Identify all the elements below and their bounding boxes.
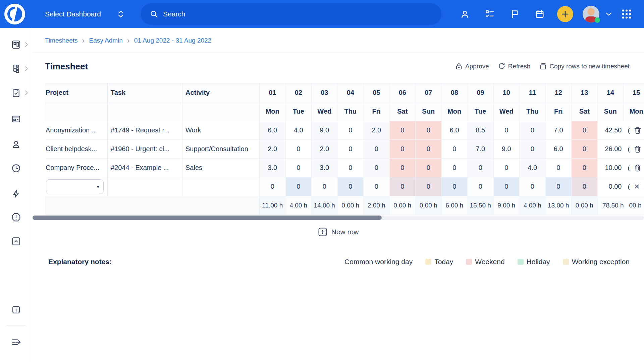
new-hours-cell-day-05[interactable]: 0 bbox=[364, 177, 390, 196]
tasks-checklist-icon[interactable] bbox=[485, 9, 495, 19]
hours-cell-day-07[interactable]: 0 bbox=[416, 159, 442, 177]
hours-cell-day-09[interactable]: 7.0 bbox=[468, 140, 494, 158]
project-cell[interactable]: Anonymization ... bbox=[45, 121, 108, 139]
task-cell[interactable] bbox=[108, 177, 182, 196]
activity-cell[interactable]: Work bbox=[182, 121, 260, 139]
hours-cell-day-12[interactable]: 6.0 bbox=[546, 140, 572, 158]
task-cell[interactable]: #1749 - Request r... bbox=[108, 121, 182, 139]
sidebar-item-time[interactable] bbox=[0, 163, 32, 173]
select-dashboard-button[interactable]: Select Dashboard bbox=[45, 0, 101, 28]
new-hours-cell-day-01[interactable]: 0 bbox=[260, 177, 286, 196]
remove-new-row-button[interactable]: ✕ bbox=[634, 183, 640, 191]
breadcrumb-link[interactable]: Timesheets bbox=[45, 37, 78, 44]
hours-cell-day-03[interactable]: 3.0 bbox=[312, 159, 338, 177]
activity-cell[interactable]: Sales bbox=[182, 159, 260, 177]
dashboard-sort-chevrons-icon[interactable] bbox=[117, 10, 124, 19]
chevron-right-icon[interactable] bbox=[25, 90, 28, 96]
quick-add-button[interactable] bbox=[557, 6, 573, 22]
hours-cell-day-05[interactable]: 0 bbox=[364, 140, 390, 158]
hours-cell-day-12[interactable]: 7.0 bbox=[546, 121, 572, 139]
hours-cell-day-10[interactable]: 0 bbox=[494, 159, 520, 177]
user-icon[interactable] bbox=[460, 9, 470, 19]
hours-cell-day-05[interactable]: 0 bbox=[364, 159, 390, 177]
hours-cell-day-05[interactable]: 2.0 bbox=[364, 121, 390, 139]
hours-cell-day-01[interactable]: 2.0 bbox=[260, 140, 286, 158]
breadcrumb-link[interactable]: Easy Admin bbox=[89, 37, 123, 44]
scrollbar-thumb[interactable] bbox=[33, 216, 382, 220]
calendar-icon[interactable] bbox=[535, 9, 545, 19]
sidebar-item-alerts[interactable] bbox=[0, 212, 32, 222]
new-hours-cell-day-09[interactable]: 0 bbox=[468, 177, 494, 196]
hours-cell-day-10[interactable]: 0 bbox=[494, 121, 520, 139]
hours-cell-day-09[interactable]: 8.5 bbox=[468, 121, 494, 139]
project-cell[interactable]: Company Proce... bbox=[45, 159, 108, 177]
apps-grid-icon[interactable] bbox=[622, 9, 632, 19]
app-logo-icon[interactable] bbox=[4, 4, 25, 24]
new-hours-cell-day-06[interactable]: 0 bbox=[390, 177, 416, 196]
hours-cell-day-03[interactable]: 2.0 bbox=[312, 140, 338, 158]
new-hours-cell-day-13[interactable]: 0 bbox=[572, 177, 598, 196]
hours-cell-day-13[interactable]: 0 bbox=[572, 121, 598, 139]
sidebar-item-users[interactable] bbox=[0, 139, 32, 149]
new-hours-cell-day-03[interactable]: 0 bbox=[312, 177, 338, 196]
hours-cell-day-02[interactable]: 0 bbox=[286, 159, 312, 177]
hours-cell-day-11[interactable]: 4.0 bbox=[520, 159, 546, 177]
hours-cell-day-04[interactable]: 0 bbox=[338, 140, 364, 158]
new-hours-cell-day-10[interactable]: 0 bbox=[494, 177, 520, 196]
activity-cell[interactable]: Support/Consultation bbox=[182, 140, 260, 158]
project-cell[interactable]: Client helpdesk... bbox=[45, 140, 108, 158]
hours-cell-day-09[interactable]: 0 bbox=[468, 159, 494, 177]
hours-cell-day-01[interactable]: 3.0 bbox=[260, 159, 286, 177]
hours-cell-day-06[interactable]: 0 bbox=[390, 159, 416, 177]
hours-cell-day-11[interactable]: 0 bbox=[520, 140, 546, 158]
activity-cell[interactable] bbox=[182, 177, 260, 196]
chevron-right-icon[interactable] bbox=[25, 66, 28, 71]
hours-cell-day-06[interactable]: 0 bbox=[390, 121, 416, 139]
hours-cell-day-03[interactable]: 9.0 bbox=[312, 121, 338, 139]
hours-cell-day-01[interactable]: 6.0 bbox=[260, 121, 286, 139]
delete-row-button[interactable] bbox=[633, 164, 642, 172]
sidebar-collapse-menu-button[interactable] bbox=[0, 337, 32, 348]
sidebar-item-quick-actions[interactable] bbox=[0, 189, 32, 199]
hours-cell-day-04[interactable]: 0 bbox=[338, 159, 364, 177]
chevron-right-icon[interactable] bbox=[25, 42, 28, 47]
delete-row-button[interactable] bbox=[633, 145, 642, 154]
user-avatar[interactable] bbox=[583, 6, 599, 22]
hours-cell-day-07[interactable]: 0 bbox=[416, 140, 442, 158]
hours-cell-day-13[interactable]: 0 bbox=[572, 159, 598, 177]
new-hours-cell-day-02[interactable]: 0 bbox=[286, 177, 312, 196]
new-row-button[interactable]: New row bbox=[318, 226, 359, 238]
hours-cell-day-08[interactable]: 0 bbox=[442, 159, 468, 177]
delete-row-button[interactable] bbox=[633, 126, 642, 135]
hours-cell-day-08[interactable]: 0 bbox=[442, 140, 468, 158]
breadcrumb-link[interactable]: 01 Aug 2022 - 31 Aug 2022 bbox=[134, 37, 211, 44]
new-hours-cell-day-08[interactable]: 0 bbox=[442, 177, 468, 196]
refresh-button[interactable]: Refresh bbox=[498, 62, 531, 70]
horizontal-scrollbar[interactable] bbox=[33, 216, 644, 220]
task-cell[interactable]: #1960 - Urgent: cl... bbox=[108, 140, 182, 158]
search-input[interactable] bbox=[163, 10, 431, 18]
project-select[interactable]: ▾ bbox=[46, 179, 104, 194]
hours-cell-day-02[interactable]: 4.0 bbox=[286, 121, 312, 139]
hours-cell-day-04[interactable]: 0 bbox=[338, 121, 364, 139]
hours-cell-day-11[interactable]: 0 bbox=[520, 121, 546, 139]
task-cell[interactable]: #2044 - Example ... bbox=[108, 159, 182, 177]
hours-cell-day-07[interactable]: 0 bbox=[416, 121, 442, 139]
hours-cell-day-10[interactable]: 9.0 bbox=[494, 140, 520, 158]
sidebar-item-boards[interactable] bbox=[0, 114, 32, 124]
hours-cell-day-12[interactable]: 0 bbox=[546, 159, 572, 177]
new-hours-cell-day-04[interactable]: 0 bbox=[338, 177, 364, 196]
chevron-down-icon[interactable] bbox=[605, 12, 612, 16]
flag-icon[interactable] bbox=[510, 9, 520, 19]
new-hours-cell-day-12[interactable]: 0 bbox=[546, 177, 572, 196]
new-hours-cell-day-11[interactable]: 0 bbox=[520, 177, 546, 196]
approve-button[interactable]: Approve bbox=[455, 62, 489, 70]
search-bar[interactable] bbox=[141, 3, 441, 25]
sidebar-item-collapse-section[interactable] bbox=[0, 236, 32, 246]
new-hours-cell-day-07[interactable]: 0 bbox=[416, 177, 442, 196]
sidebar-item-info[interactable] bbox=[0, 305, 32, 314]
hours-cell-day-02[interactable]: 0 bbox=[286, 140, 312, 158]
copy-rows-button[interactable]: Copy rows to new timesheet bbox=[539, 62, 630, 70]
hours-cell-day-13[interactable]: 0 bbox=[572, 140, 598, 158]
hours-cell-day-06[interactable]: 0 bbox=[390, 140, 416, 158]
